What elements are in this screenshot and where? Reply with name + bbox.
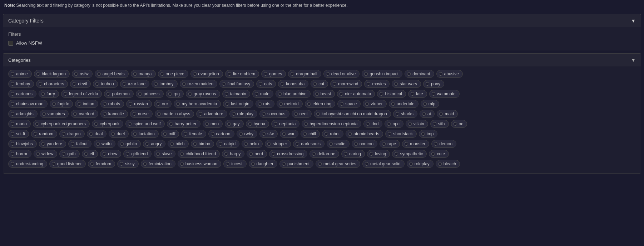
tag-cartoon[interactable]: cartoon xyxy=(208,130,234,138)
tag-beast[interactable]: beast xyxy=(313,90,335,98)
categories-header[interactable]: Categories ▼ xyxy=(3,54,641,66)
tag-genshin-impact[interactable]: genshin impact xyxy=(362,70,402,78)
tag-ai[interactable]: ai xyxy=(420,110,435,118)
tag-furry[interactable]: furry xyxy=(39,90,59,98)
tag-feminization[interactable]: feminization xyxy=(141,160,175,168)
tag-neko[interactable]: neko xyxy=(242,140,263,148)
tag-femboy[interactable]: femboy xyxy=(8,80,34,88)
tag-loving[interactable]: loving xyxy=(367,150,390,158)
tag-star-wars[interactable]: star wars xyxy=(392,80,421,88)
tag-angel-beats[interactable]: angel beats xyxy=(95,70,129,78)
tag-chill[interactable]: chill xyxy=(301,130,320,138)
tag-goblin[interactable]: goblin xyxy=(118,140,141,148)
tag-sfw[interactable]: sfw xyxy=(259,130,278,138)
tag-villain[interactable]: villain xyxy=(406,120,428,128)
tag-princess[interactable]: princess xyxy=(136,90,164,98)
tag-harry-potter[interactable]: harry potter xyxy=(167,120,200,128)
tag-fogirlx[interactable]: fogirlx xyxy=(50,100,73,108)
tag-legend-of-zelda[interactable]: legend of zelda xyxy=(61,90,102,98)
tag-mario[interactable]: mario xyxy=(8,120,31,128)
tag-arknights[interactable]: arknights xyxy=(8,110,38,118)
tag-cute[interactable]: cute xyxy=(429,150,449,158)
tag-vampires[interactable]: vampires xyxy=(40,110,69,118)
tag-movies[interactable]: movies xyxy=(364,80,390,88)
tag-characters[interactable]: characters xyxy=(36,80,68,88)
tag-nsfw[interactable]: nsfw xyxy=(72,70,93,78)
tag-childhood-friend[interactable]: childhood friend xyxy=(178,150,220,158)
tag-tomboy[interactable]: tomboy xyxy=(152,80,177,88)
tag-cats[interactable]: cats xyxy=(256,80,276,88)
tag-npc[interactable]: npc xyxy=(385,120,403,128)
tag-final-fantasy[interactable]: final fantasy xyxy=(219,80,254,88)
tag-azur-lane[interactable]: azur lane xyxy=(120,80,149,88)
tag-kobayashi-san-chi-no-maid-dragon[interactable]: kobayashi-san chi no maid dragon xyxy=(314,110,391,118)
tag-spice-and-wolf[interactable]: spice and wolf xyxy=(125,120,164,128)
allow-nsfw-label[interactable]: Allow NSFW xyxy=(16,40,42,46)
tag-sharks[interactable]: sharks xyxy=(393,110,417,118)
tag-dominant[interactable]: dominant xyxy=(405,70,434,78)
tag-robots[interactable]: robots xyxy=(100,100,124,108)
tag-female[interactable]: female xyxy=(181,130,206,138)
tag-gay[interactable]: gay xyxy=(225,120,243,128)
tag-demon[interactable]: demon xyxy=(431,140,456,148)
tag-cartoons[interactable]: cartoons xyxy=(8,90,36,98)
tag-watamote[interactable]: watamote xyxy=(429,90,460,98)
tag-slave[interactable]: slave xyxy=(154,150,175,158)
tag-deltarune[interactable]: deltarune xyxy=(309,150,339,158)
tag-nurse[interactable]: nurse xyxy=(130,110,153,118)
tag-angry[interactable]: angry xyxy=(143,140,165,148)
tag-metroid[interactable]: metroid xyxy=(277,100,303,108)
tag-indian[interactable]: indian xyxy=(75,100,98,108)
tag-cyberpunk[interactable]: cyberpunk xyxy=(92,120,123,128)
tag-mlp[interactable]: mlp xyxy=(421,100,439,108)
tag-neet[interactable]: neet xyxy=(292,110,312,118)
tag-last-origin[interactable]: last origin xyxy=(223,100,253,108)
tag-men[interactable]: men xyxy=(203,120,223,128)
tag-manga[interactable]: manga xyxy=(131,70,156,78)
tag-fire-emblem[interactable]: fire emblem xyxy=(225,70,259,78)
tag-blue-archive[interactable]: blue archive xyxy=(276,90,311,98)
tag-understanding[interactable]: understanding xyxy=(8,160,47,168)
tag-war[interactable]: war xyxy=(280,130,298,138)
tag-hyperdimension-neptunia[interactable]: hyperdimension neptunia xyxy=(302,120,361,128)
filters-panel-header[interactable]: Category Filters ▼ xyxy=(3,14,641,27)
tag-bimbo[interactable]: bimbo xyxy=(191,140,214,148)
tag-fate[interactable]: fate xyxy=(408,90,427,98)
tag-undertale[interactable]: undertale xyxy=(389,100,418,108)
tag-stripper[interactable]: stripper xyxy=(265,140,291,148)
tag-horror[interactable]: horror xyxy=(8,150,31,158)
tag-black-lagoon[interactable]: black lagoon xyxy=(34,70,70,78)
tag-incest[interactable]: incest xyxy=(223,160,246,168)
tag-business-woman[interactable]: business woman xyxy=(178,160,221,168)
tag-rpg[interactable]: rpg xyxy=(166,90,184,98)
tag-drow[interactable]: drow xyxy=(100,150,121,158)
tag-sympathetic[interactable]: sympathetic xyxy=(392,150,427,158)
tag-waifu[interactable]: waifu xyxy=(94,140,115,148)
tag-devil[interactable]: devil xyxy=(70,80,91,88)
tag-sith[interactable]: sith xyxy=(430,120,449,128)
tag-my-hero-academia[interactable]: my hero academia xyxy=(174,100,221,108)
tag-duel[interactable]: duel xyxy=(109,130,129,138)
tag-caring[interactable]: caring xyxy=(341,150,365,158)
tag-dead-or-alive[interactable]: dead or alive xyxy=(323,70,360,78)
tag-catgirl[interactable]: catgirl xyxy=(216,140,239,148)
tag-crossdressing[interactable]: crossdressing xyxy=(269,150,307,158)
tag-milf[interactable]: milf xyxy=(161,130,179,138)
tag-dragon-ball[interactable]: dragon ball xyxy=(288,70,321,78)
tag-neptunia[interactable]: neptunia xyxy=(271,120,299,128)
tag-hyena[interactable]: hyena xyxy=(246,120,269,128)
tag-kancolle[interactable]: kancolle xyxy=(100,110,128,118)
tag-atomic-hearts[interactable]: atomic hearts xyxy=(346,130,383,138)
tag-dnd[interactable]: dnd xyxy=(363,120,382,128)
tag-games[interactable]: games xyxy=(261,70,286,78)
tag-harpy[interactable]: harpy xyxy=(222,150,244,158)
tag-fallout[interactable]: fallout xyxy=(68,140,91,148)
tag-robot[interactable]: robot xyxy=(322,130,343,138)
tag-elden-ring[interactable]: elden ring xyxy=(305,100,336,108)
allow-nsfw-checkbox[interactable] xyxy=(8,41,13,46)
tag-touhou[interactable]: touhou xyxy=(93,80,118,88)
tag-gray-ravens[interactable]: gray ravens xyxy=(186,90,220,98)
tag-lactation[interactable]: lactation xyxy=(131,130,159,138)
tag-elf[interactable]: elf xyxy=(82,150,98,158)
tag-made-in-abyss[interactable]: made in abyss xyxy=(155,110,194,118)
